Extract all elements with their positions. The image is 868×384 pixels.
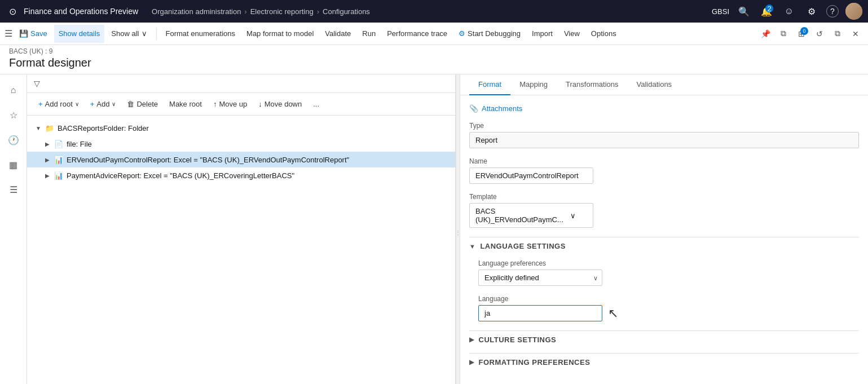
settings-icon[interactable]: ⚙ (804, 3, 819, 19)
sidebar-home-icon[interactable]: ⌂ (2, 79, 25, 101)
app-grid-icon[interactable]: ⊙ (6, 5, 19, 18)
template-select-button[interactable]: BACS (UK)_ERVendOutPaymC... ∨ (469, 203, 593, 228)
more-button[interactable]: ... (309, 98, 324, 111)
options-button[interactable]: Options (587, 25, 621, 43)
type-field-group: Type Report (469, 122, 859, 148)
sidebar-recent-icon[interactable]: 🕐 (2, 129, 25, 151)
file-icon: 📄 (54, 140, 63, 148)
template-label: Template (469, 193, 859, 201)
language-settings-section-header[interactable]: ▼ LANGUAGE SETTINGS (469, 237, 859, 255)
tab-validations[interactable]: Validations (627, 74, 681, 95)
add-root-chevron-icon: ∨ (75, 101, 79, 107)
filter-icon[interactable]: ▽ (34, 79, 40, 88)
panel-icon[interactable]: ⧉ (776, 26, 791, 42)
add-button[interactable]: + Add ∨ (86, 98, 121, 111)
view-button[interactable]: View (559, 25, 584, 43)
breadcrumb-sep-1: › (244, 7, 246, 16)
top-breadcrumb: Organization administration › Electronic… (152, 7, 370, 16)
name-field-group: Name (469, 157, 859, 184)
sidebar-table-icon[interactable]: ▦ (2, 153, 25, 176)
sidebar-star-icon[interactable]: ☆ (2, 104, 25, 126)
smiley-icon[interactable]: ☺ (781, 3, 797, 19)
performance-trace-button[interactable]: Performance trace (382, 25, 452, 43)
language-settings-content: Language preferences Explicitly defined … (469, 255, 859, 321)
language-prefs-label: Language preferences (478, 259, 859, 267)
top-nav-bar: ⊙ Finance and Operations Preview Organiz… (0, 0, 868, 23)
language-settings-chevron-icon: ▼ (469, 243, 475, 250)
right-panel-tabs: Format Mapping Transformations Validatio… (460, 74, 868, 95)
sidebar-list-icon[interactable]: ☰ (2, 178, 25, 201)
map-format-button[interactable]: Map format to model (242, 25, 318, 43)
move-up-button[interactable]: ↑ Move up (209, 98, 252, 111)
nav-right: GBSI 🔍 🔔 2 ☺ ⚙ ? (712, 3, 862, 20)
validate-button[interactable]: Validate (320, 25, 355, 43)
folder-label: BACSReportsFolder: Folder (58, 124, 149, 133)
move-up-icon: ↑ (213, 100, 217, 108)
name-label: Name (469, 157, 859, 165)
notification-icon[interactable]: 🔔 2 (759, 3, 774, 19)
tree-filter-row: ▽ (27, 74, 455, 93)
excel-icon-2: 📊 (54, 171, 63, 180)
ervendout-label: ERVendOutPaymControlReport: Excel = "BAC… (67, 156, 349, 164)
formatting-prefs-label: FORMATTING PREFERENCES (479, 358, 591, 367)
restore-icon[interactable]: ⧉ (830, 26, 845, 42)
pin-icon[interactable]: 📌 (757, 26, 773, 42)
delete-button[interactable]: 🗑 Delete (122, 98, 162, 111)
left-sidebar: ⌂ ☆ 🕐 ▦ ☰ (0, 74, 27, 384)
add-root-button[interactable]: + Add root ∨ (34, 98, 83, 111)
formatting-prefs-section-header[interactable]: ▶ FORMATTING PREFERENCES (469, 353, 859, 371)
refresh-icon[interactable]: ↺ (812, 26, 827, 42)
language-label: Language (478, 295, 859, 303)
breadcrumb-electronic[interactable]: Electronic reporting (250, 7, 314, 16)
add-plus-icon: + (90, 100, 95, 108)
tab-mapping[interactable]: Mapping (510, 74, 557, 95)
folder-expand-icon: ▼ (34, 123, 43, 133)
badge-icon[interactable]: ⊞ 0 (794, 26, 809, 42)
run-button[interactable]: Run (358, 25, 380, 43)
close-icon[interactable]: ✕ (848, 26, 863, 42)
import-button[interactable]: Import (527, 25, 557, 43)
save-button[interactable]: 💾 Save (15, 25, 52, 43)
delete-icon: 🗑 (127, 100, 134, 108)
make-root-button[interactable]: Make root (165, 98, 206, 111)
show-details-button[interactable]: Show details (54, 25, 105, 43)
format-enumerations-button[interactable]: Format enumerations (161, 25, 240, 43)
start-debugging-button[interactable]: ⚙ Start Debugging (454, 25, 525, 43)
search-icon[interactable]: 🔍 (736, 3, 752, 19)
panel-divider[interactable]: ⋮ (456, 74, 460, 384)
move-down-button[interactable]: ↓ Move down (254, 98, 306, 111)
tab-transformations[interactable]: Transformations (557, 74, 627, 95)
excel-icon-1: 📊 (54, 156, 63, 164)
tree-item-folder[interactable]: ▼ 📁 BACSReportsFolder: Folder (27, 120, 455, 136)
tree-item-file[interactable]: ▶ 📄 file: File (27, 136, 455, 152)
page-header: BACS (UK) : 9 Format designer (0, 45, 868, 74)
page-title: Format designer (9, 56, 859, 69)
language-prefs-select[interactable]: Explicitly defined User preference Compa… (478, 270, 602, 286)
culture-settings-chevron-icon: ▶ (469, 336, 474, 343)
tree-item-ervendout[interactable]: ▶ 📊 ERVendOutPaymControlReport: Excel = … (27, 152, 455, 167)
notification-badge: 2 (765, 5, 773, 12)
help-icon[interactable]: ? (826, 5, 839, 17)
language-input[interactable] (478, 305, 602, 321)
user-avatar[interactable] (845, 3, 862, 20)
paperclip-icon: 📎 (469, 104, 478, 113)
hamburger-menu-icon[interactable]: ☰ (5, 28, 12, 39)
main-toolbar: ☰ 💾 Save Show details Show all ∨ Format … (0, 23, 868, 45)
tab-format[interactable]: Format (469, 74, 510, 95)
tree-content: ▼ 📁 BACSReportsFolder: Folder ▶ 📄 file: … (27, 116, 455, 384)
debug-icon: ⚙ (459, 29, 465, 38)
culture-settings-section-header[interactable]: ▶ CULTURE SETTINGS (469, 330, 859, 348)
show-all-chevron-icon: ∨ (142, 29, 147, 38)
add-chevron-icon: ∨ (112, 101, 116, 107)
name-input[interactable] (469, 167, 593, 184)
add-root-plus-icon: + (38, 100, 43, 108)
breadcrumb-configurations[interactable]: Configurations (323, 7, 370, 16)
attachments-button[interactable]: 📎 Attachments (469, 104, 522, 113)
formatting-prefs-chevron-icon: ▶ (469, 359, 474, 366)
tree-item-payment[interactable]: ▶ 📊 PaymentAdviceReport: Excel = "BACS (… (27, 167, 455, 183)
toolbar-right-icons: 📌 ⧉ ⊞ 0 ↺ ⧉ ✕ (757, 26, 863, 42)
move-down-icon: ↓ (258, 100, 262, 108)
tree-panel: ▽ + Add root ∨ + Add ∨ 🗑 Delete (27, 74, 456, 384)
breadcrumb-org[interactable]: Organization administration (152, 7, 241, 16)
show-all-button[interactable]: Show all ∨ (107, 25, 151, 43)
